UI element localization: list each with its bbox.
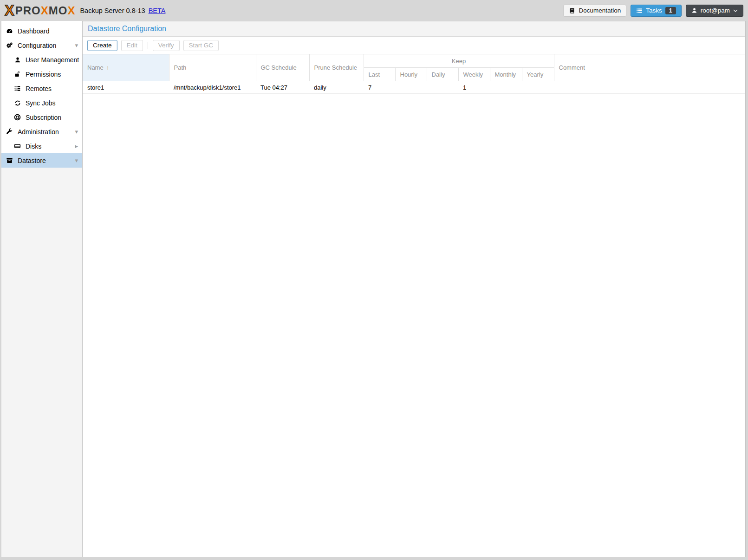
documentation-button[interactable]: Documentation [563,5,626,17]
beta-link[interactable]: BETA [149,7,166,14]
cell-keep-hourly [395,81,427,94]
cell-gc-schedule: Tue 04:27 [256,81,309,94]
cogs-icon [6,42,13,49]
proxmox-logo: X PROXMOX [5,3,75,18]
logo-letters: MO [49,4,68,17]
tasks-label: Tasks [646,7,662,14]
cell-keep-yearly [522,81,554,94]
sidebar-item-label: Dashboard [18,27,50,35]
logo-letters: PRO [15,4,41,17]
sidebar-item-configuration[interactable]: Configuration ▾ [1,38,82,52]
sidebar-item-label: Disks [26,143,41,150]
sidebar: Dashboard [1,21,83,557]
tasks-button[interactable]: Tasks 1 [631,5,681,17]
column-header-path[interactable]: Path [169,54,256,81]
sidebar-item-permissions[interactable]: Permissions [1,67,82,81]
sidebar-item-label: Sync Jobs [26,99,56,107]
column-header-name[interactable]: Name↑ [83,54,169,81]
column-group-keep: Keep [364,54,554,68]
cell-keep-monthly [490,81,522,94]
cell-prune-schedule: daily [309,81,364,94]
archive-box-icon [6,157,13,164]
unlock-icon [13,71,21,78]
sidebar-item-label: Datastore [18,157,46,164]
table-row[interactable]: store1 /mnt/backup/disk1/store1 Tue 04:2… [83,81,745,94]
product-name: Backup Server 0.8-13 [80,7,145,14]
sidebar-item-label: User Management [26,56,79,64]
documentation-label: Documentation [579,7,621,14]
sidebar-item-label: Permissions [26,71,61,78]
hard-disk-icon [13,143,21,150]
book-icon [569,7,575,14]
cell-path: /mnt/backup/disk1/store1 [169,81,256,94]
workspace: Dashboard [0,21,748,560]
datastore-table: Name↑ Path GC Schedule Prune Schedule Ke… [83,54,745,94]
toolbar: Create Edit Verify Start GC [83,37,745,54]
column-header-keep-monthly[interactable]: Monthly [490,68,522,81]
chevron-down-icon[interactable]: ▾ [75,157,78,163]
sidebar-item-administration[interactable]: Administration ▾ [1,124,82,139]
sidebar-item-label: Configuration [18,42,56,49]
top-bar: X PROXMOX Backup Server 0.8-13 BETA Docu… [0,0,748,21]
sidebar-item-dashboard[interactable]: Dashboard [1,24,82,38]
toolbar-separator [148,42,148,49]
column-header-keep-yearly[interactable]: Yearly [522,68,554,81]
sync-icon [13,100,21,106]
navigation-tree: Dashboard [1,21,82,168]
tasks-count-badge: 1 [665,7,676,14]
proxmox-backup-server-app: { "header": { "logo": { "x0": "X", "part… [0,0,748,560]
page-title: Datastore Configuration [88,25,166,33]
proxmox-x-icon: X [5,3,14,18]
sidebar-item-datastore[interactable]: Datastore ▾ [1,153,82,168]
sidebar-item-label: Remotes [26,85,52,92]
column-header-keep-hourly[interactable]: Hourly [395,68,427,81]
user-icon [13,57,21,63]
sidebar-item-label: Subscription [26,114,61,121]
verify-button[interactable]: Verify [153,40,180,51]
chevron-right-icon[interactable]: ▸ [75,143,78,149]
sort-ascending-icon: ↑ [106,64,110,71]
logo-letters: X [67,4,75,17]
column-header-comment[interactable]: Comment [554,54,745,81]
chevron-down-icon [733,9,738,12]
column-header-keep-daily[interactable]: Daily [427,68,458,81]
cell-keep-weekly: 1 [458,81,490,94]
column-header-gc-schedule[interactable]: GC Schedule [256,54,309,81]
cell-keep-daily [427,81,458,94]
chevron-down-icon[interactable]: ▾ [75,42,78,48]
username-label: root@pam [701,7,730,14]
sidebar-item-subscription[interactable]: Subscription [1,110,82,124]
logo-letters: X [41,4,49,17]
column-header-keep-last[interactable]: Last [364,68,395,81]
life-ring-icon [13,114,21,121]
sidebar-item-sync-jobs[interactable]: Sync Jobs [1,96,82,110]
dashboard-gauge-icon [6,27,13,34]
column-header-prune-schedule[interactable]: Prune Schedule [309,54,364,81]
edit-button[interactable]: Edit [121,40,143,51]
wrench-icon [6,128,13,135]
sidebar-item-disks[interactable]: Disks ▸ [1,139,82,153]
proxmox-wordmark: PROXMOX [15,5,76,16]
main-panel: Datastore Configuration Create Edit Veri… [83,21,746,557]
user-menu-button[interactable]: root@pam [686,5,743,17]
cell-keep-last: 7 [364,81,395,94]
panel-header: Datastore Configuration [83,21,745,37]
sidebar-item-user-management[interactable]: User Management [1,52,82,67]
sidebar-item-label: Administration [18,128,59,136]
cell-comment [554,81,745,94]
column-header-keep-weekly[interactable]: Weekly [458,68,490,81]
column-header-label: Name [87,64,104,71]
server-stack-icon [13,85,21,92]
user-icon [691,7,697,13]
sidebar-item-remotes[interactable]: Remotes [1,81,82,96]
cell-name: store1 [83,81,169,94]
start-gc-button[interactable]: Start GC [183,40,219,51]
task-list-icon [636,7,643,14]
chevron-down-icon[interactable]: ▾ [75,129,78,135]
create-button[interactable]: Create [87,40,117,51]
